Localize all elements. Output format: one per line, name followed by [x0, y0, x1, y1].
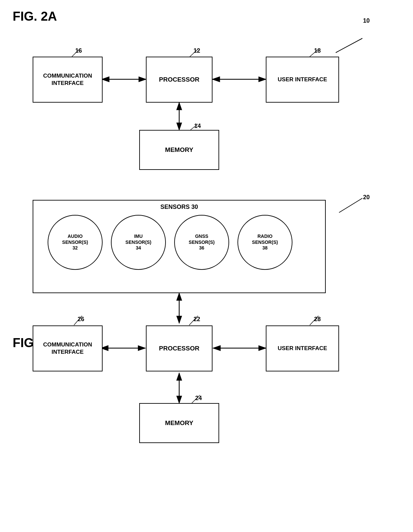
- sensors-label: SENSORS 30: [160, 203, 198, 211]
- fig2b-ref22: 22: [194, 316, 200, 323]
- fig2a-ref14: 14: [194, 123, 201, 130]
- fig2a-memory-box: MEMORY: [139, 130, 219, 170]
- fig2b-ref24: 24: [195, 395, 202, 402]
- fig2a-ref16: 16: [75, 47, 82, 54]
- fig2b-comm-box: COMMUNICATIONINTERFACE: [33, 325, 103, 371]
- fig2b-gnss-circle: GNSSSENSOR(S)36: [174, 215, 229, 270]
- fig2a-label: FIG. 2A: [13, 9, 57, 24]
- fig2b-audio-circle: AUDIOSENSOR(S)32: [48, 215, 103, 270]
- fig2a-comm-box: COMMUNICATIONINTERFACE: [33, 57, 103, 103]
- fig2a-diagram: COMMUNICATIONINTERFACE 16 PROCESSOR 12 U…: [13, 30, 399, 187]
- fig2b-ref28: 28: [314, 316, 321, 323]
- fig2b-diagram: SENSORS 30 AUDIOSENSOR(S)32 IMUSENSOR(S)…: [13, 190, 399, 523]
- fig2a-ref10: 10: [363, 17, 370, 24]
- fig2a-ref18: 18: [314, 47, 321, 54]
- page: FIG. 2A 10: [0, 0, 413, 532]
- fig2a-ref12: 12: [194, 47, 200, 54]
- fig2b-memory-box: MEMORY: [139, 403, 219, 443]
- fig2b-processor-box: PROCESSOR: [146, 325, 212, 371]
- svg-line-14: [339, 198, 362, 213]
- fig2b-imu-circle: IMUSENSOR(S)34: [111, 215, 166, 270]
- fig2b-radio-circle: RADIOSENSOR(S)38: [237, 215, 292, 270]
- svg-line-4: [336, 38, 362, 53]
- fig2b-user-box: USER INTERFACE: [266, 325, 339, 371]
- fig2a-user-box: USER INTERFACE: [266, 57, 339, 103]
- fig2a-processor-box: PROCESSOR: [146, 57, 212, 103]
- fig2b-ref26: 26: [78, 316, 84, 323]
